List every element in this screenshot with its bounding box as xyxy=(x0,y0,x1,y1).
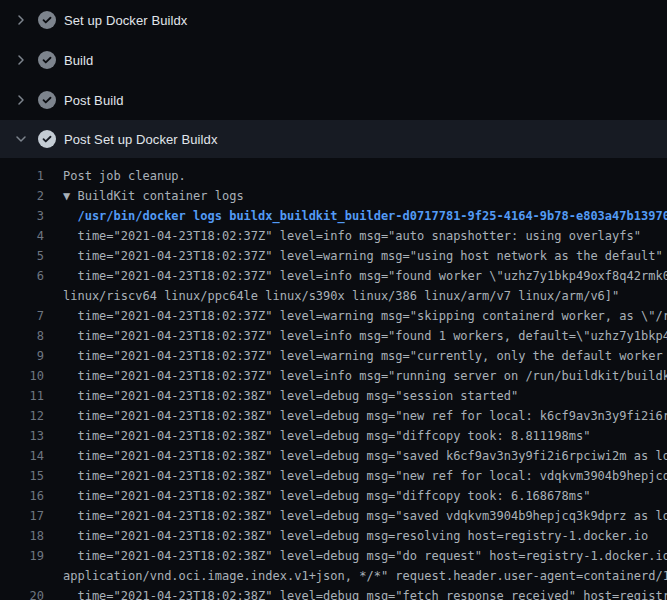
check-circle-icon xyxy=(38,130,56,148)
line-number[interactable]: 9 xyxy=(0,346,44,366)
log-line: 5 time="2021-04-23T18:02:37Z" level=warn… xyxy=(0,246,667,266)
log-line: linux/riscv64 linux/ppc64le linux/s390x … xyxy=(0,286,667,306)
line-number[interactable]: 2 xyxy=(0,186,44,206)
log-line: 10 time="2021-04-23T18:02:37Z" level=inf… xyxy=(0,366,667,386)
log-text: time="2021-04-23T18:02:38Z" level=debug … xyxy=(44,486,590,506)
log-group-toggle[interactable]: ▼ BuildKit container logs xyxy=(44,186,244,206)
log-line: 4 time="2021-04-23T18:02:37Z" level=info… xyxy=(0,226,667,246)
log-text: Post job cleanup. xyxy=(44,166,186,186)
log-command-text: /usr/bin/docker logs buildx_buildkit_bui… xyxy=(44,206,667,226)
log-line: 1Post job cleanup. xyxy=(0,166,667,186)
chevron-down-icon xyxy=(13,131,29,147)
log-text: time="2021-04-23T18:02:37Z" level=warnin… xyxy=(44,246,663,266)
line-number[interactable]: 17 xyxy=(0,506,44,526)
check-circle-icon xyxy=(38,11,56,29)
log-text: time="2021-04-23T18:02:38Z" level=debug … xyxy=(44,446,667,466)
step-set-up-docker-buildx[interactable]: Set up Docker Buildx xyxy=(0,0,667,40)
line-number[interactable]: 10 xyxy=(0,366,44,386)
log-line: 15 time="2021-04-23T18:02:38Z" level=deb… xyxy=(0,466,667,486)
log-line: 11 time="2021-04-23T18:02:38Z" level=deb… xyxy=(0,386,667,406)
log-text: time="2021-04-23T18:02:38Z" level=debug … xyxy=(44,386,518,406)
line-number[interactable]: 3 xyxy=(0,206,44,226)
log-lines: 1Post job cleanup.2▼ BuildKit container … xyxy=(0,158,667,600)
log-line: 9 time="2021-04-23T18:02:37Z" level=warn… xyxy=(0,346,667,366)
log-line: 6 time="2021-04-23T18:02:37Z" level=info… xyxy=(0,266,667,286)
log-line: 13 time="2021-04-23T18:02:38Z" level=deb… xyxy=(0,426,667,446)
log-text: linux/riscv64 linux/ppc64le linux/s390x … xyxy=(44,286,619,306)
line-number[interactable]: 11 xyxy=(0,386,44,406)
line-number[interactable]: 1 xyxy=(0,166,44,186)
line-number[interactable]: 13 xyxy=(0,426,44,446)
chevron-right-icon xyxy=(13,12,29,28)
line-number[interactable]: 20 xyxy=(0,586,44,600)
log-line: 12 time="2021-04-23T18:02:38Z" level=deb… xyxy=(0,406,667,426)
log-line: 14 time="2021-04-23T18:02:38Z" level=deb… xyxy=(0,446,667,466)
line-number[interactable]: 7 xyxy=(0,306,44,326)
log-text: time="2021-04-23T18:02:37Z" level=info m… xyxy=(44,366,667,386)
step-title: Set up Docker Buildx xyxy=(64,13,187,28)
log-text: time="2021-04-23T18:02:38Z" level=debug … xyxy=(44,506,667,526)
check-circle-icon xyxy=(38,51,56,69)
line-number xyxy=(0,566,44,586)
log-line: 16 time="2021-04-23T18:02:38Z" level=deb… xyxy=(0,486,667,506)
line-number[interactable]: 8 xyxy=(0,326,44,346)
log-text: time="2021-04-23T18:02:38Z" level=debug … xyxy=(44,526,648,546)
log-text: application/vnd.oci.image.index.v1+json,… xyxy=(44,566,667,586)
line-number[interactable]: 15 xyxy=(0,466,44,486)
log-line: 18 time="2021-04-23T18:02:38Z" level=deb… xyxy=(0,526,667,546)
log-line: 8 time="2021-04-23T18:02:37Z" level=info… xyxy=(0,326,667,346)
log-line: 17 time="2021-04-23T18:02:38Z" level=deb… xyxy=(0,506,667,526)
log-line: 3 /usr/bin/docker logs buildx_buildkit_b… xyxy=(0,206,667,226)
line-number xyxy=(0,286,44,306)
log-line: application/vnd.oci.image.index.v1+json,… xyxy=(0,566,667,586)
step-title: Build xyxy=(64,53,93,68)
line-number[interactable]: 5 xyxy=(0,246,44,266)
workflow-steps: Set up Docker Buildx Build Post Build xyxy=(0,0,667,158)
step-build[interactable]: Build xyxy=(0,40,667,80)
log-text: time="2021-04-23T18:02:38Z" level=debug … xyxy=(44,406,667,426)
line-number[interactable]: 18 xyxy=(0,526,44,546)
log-text: time="2021-04-23T18:02:38Z" level=debug … xyxy=(44,466,667,486)
line-number[interactable]: 4 xyxy=(0,226,44,246)
log-text: time="2021-04-23T18:02:38Z" level=debug … xyxy=(44,426,590,446)
log-line: 2▼ BuildKit container logs xyxy=(0,186,667,206)
step-title: Post Set up Docker Buildx xyxy=(64,132,218,147)
step-post-build[interactable]: Post Build xyxy=(0,80,667,120)
log-text: time="2021-04-23T18:02:37Z" level=warnin… xyxy=(44,346,667,366)
log-text: time="2021-04-23T18:02:37Z" level=info m… xyxy=(44,326,667,346)
log-line: 7 time="2021-04-23T18:02:37Z" level=warn… xyxy=(0,306,667,326)
line-number[interactable]: 6 xyxy=(0,266,44,286)
log-text: time="2021-04-23T18:02:37Z" level=info m… xyxy=(44,226,641,246)
chevron-right-icon xyxy=(13,52,29,68)
line-number[interactable]: 19 xyxy=(0,546,44,566)
log-text: time="2021-04-23T18:02:38Z" level=debug … xyxy=(44,546,667,566)
log-line: 19 time="2021-04-23T18:02:38Z" level=deb… xyxy=(0,546,667,566)
line-number[interactable]: 16 xyxy=(0,486,44,506)
log-text: time="2021-04-23T18:02:37Z" level=warnin… xyxy=(44,306,667,326)
step-post-set-up-docker-buildx[interactable]: Post Set up Docker Buildx xyxy=(0,120,667,158)
chevron-right-icon xyxy=(13,92,29,108)
log-text: time="2021-04-23T18:02:37Z" level=info m… xyxy=(44,266,667,286)
step-title: Post Build xyxy=(64,93,124,108)
log-text: time="2021-04-23T18:02:38Z" level=debug … xyxy=(44,586,667,600)
actions-log-viewer: Set up Docker Buildx Build Post Build xyxy=(0,0,667,600)
check-circle-icon xyxy=(38,91,56,109)
line-number[interactable]: 12 xyxy=(0,406,44,426)
log-line: 20 time="2021-04-23T18:02:38Z" level=deb… xyxy=(0,586,667,600)
line-number[interactable]: 14 xyxy=(0,446,44,466)
